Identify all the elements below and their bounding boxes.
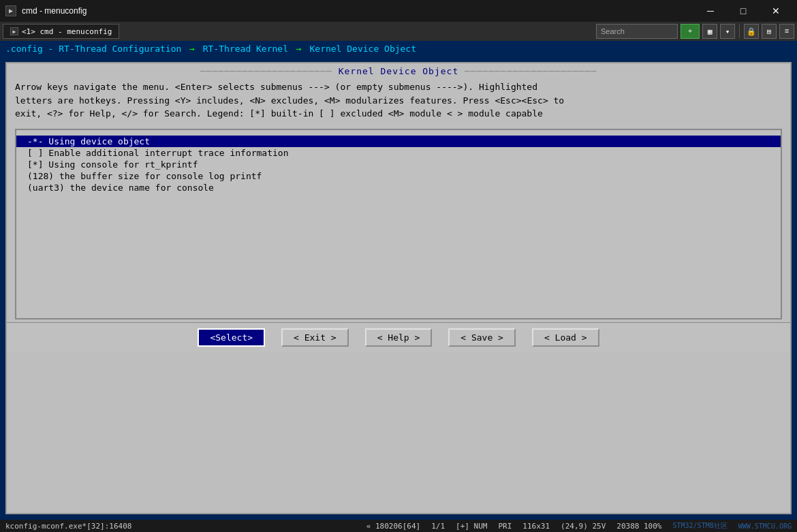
watermark-line1: STM32/STM8社区 — [673, 521, 728, 531]
active-tab[interactable]: ▶ <1> cmd - menuconfig — [3, 24, 119, 39]
menu-box: -*- Using device object [ ] Enable addit… — [15, 129, 782, 319]
chevron-down-icon: ▾ — [725, 27, 730, 36]
search-input[interactable] — [596, 24, 678, 39]
tab-icon: ▶ — [10, 27, 18, 35]
lock-icon: 🔒 — [747, 27, 756, 36]
status-pos5: 116x31 — [522, 522, 550, 531]
separator — [739, 25, 740, 38]
menu-item-2-text: [*] Using console for rt_kprintf — [27, 159, 198, 170]
status-left: kconfig-mconf.exe*[32]:16408 — [5, 522, 131, 531]
add-tab-button[interactable]: + — [681, 24, 700, 39]
menu-item-1[interactable]: [ ] Enable additional interrupt trace in… — [16, 147, 781, 159]
status-pos6: (24,9) 25V — [561, 522, 606, 531]
menu-item-0-text: -*- Using device object — [27, 136, 150, 146]
tab-bar-left: ▶ <1> cmd - menuconfig — [3, 24, 119, 39]
status-bar: kconfig-mconf.exe*[32]:16408 « 180206[64… — [0, 520, 797, 532]
status-pos3: [+] NUM — [456, 522, 487, 531]
status-right: « 180206[64] 1/1 [+] NUM PRI 116x31 (24,… — [366, 521, 792, 531]
minimize-button[interactable]: ─ — [695, 0, 726, 22]
tab-bar-right: + ▦ ▾ 🔒 ⊞ ≡ — [596, 24, 794, 39]
menu-item-2[interactable]: [*] Using console for rt_kprintf — [16, 159, 781, 170]
kdo-box: ────────────────────── Kernel Device Obj… — [5, 62, 792, 514]
breadcrumb-arrow2: → — [296, 44, 302, 54]
to-text: to — [554, 95, 565, 106]
breadcrumb-arrow1: → — [189, 44, 195, 54]
status-pos1: « 180206[64] — [366, 522, 420, 531]
menu-item-4-text: (uart3) the device name for console — [27, 183, 214, 193]
cmd-icon: ▶ — [5, 5, 16, 16]
kdo-desc-line2: letters are hotkeys. Pressing <Y> includ… — [15, 94, 782, 108]
menu-item-1-text: [ ] Enable additional interrupt trace in… — [27, 148, 289, 158]
press-text: Press — [463, 95, 489, 106]
view-icon: ▦ — [708, 27, 713, 36]
menu-item-3-text: (128) the buffer size for console log pr… — [27, 171, 262, 181]
kdo-title: ────────────────────── Kernel Device Obj… — [7, 63, 790, 78]
kdo-desc-line1: Arrow keys navigate the menu. <Enter> se… — [15, 80, 782, 94]
hamburger-icon: ≡ — [785, 27, 790, 35]
main-content: ────────────────────── Kernel Device Obj… — [0, 57, 797, 520]
pane-button[interactable]: ⊞ — [762, 24, 777, 39]
bottom-buttons: <Select> < Exit > < Help > < Save > < Lo… — [7, 322, 790, 352]
kdo-desc-line3: exit, <?> for Help, </> for Search. Lege… — [15, 107, 782, 121]
pane-icon: ⊞ — [767, 27, 772, 36]
status-pos7: 20388 100% — [616, 522, 661, 531]
add-icon: + — [688, 27, 693, 35]
load-button[interactable]: < Load > — [532, 328, 599, 347]
kdo-title-text: Kernel Device Object — [339, 66, 459, 76]
menu-item-0[interactable]: -*- Using device object — [16, 136, 781, 147]
title-bar-left: ▶ cmd - menuconfig — [5, 5, 87, 16]
kdo-description: Arrow keys navigate the menu. <Enter> se… — [7, 78, 790, 126]
breadcrumb-config: .config - RT-Thread Configuration — [5, 44, 181, 54]
status-pos2: 1/1 — [431, 522, 445, 531]
console-area: .config - RT-Thread Configuration → RT-T… — [0, 41, 797, 520]
tab-bar: ▶ <1> cmd - menuconfig + ▦ ▾ 🔒 ⊞ ≡ — [0, 22, 797, 41]
breadcrumb-device: Kernel Device Object — [309, 44, 416, 54]
tab-label: <1> cmd - menuconfig — [22, 27, 112, 36]
breadcrumb: .config - RT-Thread Configuration → RT-T… — [0, 41, 797, 57]
title-bar: ▶ cmd - menuconfig ─ □ ✕ — [0, 0, 797, 22]
exit-button[interactable]: < Exit > — [281, 328, 349, 347]
menu-item-3[interactable]: (128) the buffer size for console log pr… — [16, 170, 781, 182]
watermark-line2: WWW.STMCU.ORG — [738, 522, 792, 530]
help-button[interactable]: < Help > — [365, 328, 433, 347]
menu-button[interactable]: ≡ — [779, 24, 794, 39]
select-button[interactable]: <Select> — [198, 328, 265, 347]
window-controls: ─ □ ✕ — [695, 0, 792, 22]
menu-item-4[interactable]: (uart3) the device name for console — [16, 182, 781, 193]
maximize-button[interactable]: □ — [728, 0, 759, 22]
save-button[interactable]: < Save > — [448, 328, 516, 347]
dropdown-button[interactable]: ▾ — [720, 24, 735, 39]
status-pos4: PRI — [498, 522, 512, 531]
breadcrumb-kernel: RT-Thread Kernel — [203, 44, 288, 54]
view-button[interactable]: ▦ — [702, 24, 717, 39]
pressing-text: Pressing — [127, 95, 170, 106]
lock-button[interactable]: 🔒 — [744, 24, 759, 39]
window-title: cmd - menuconfig — [22, 6, 87, 16]
close-button[interactable]: ✕ — [760, 0, 792, 22]
